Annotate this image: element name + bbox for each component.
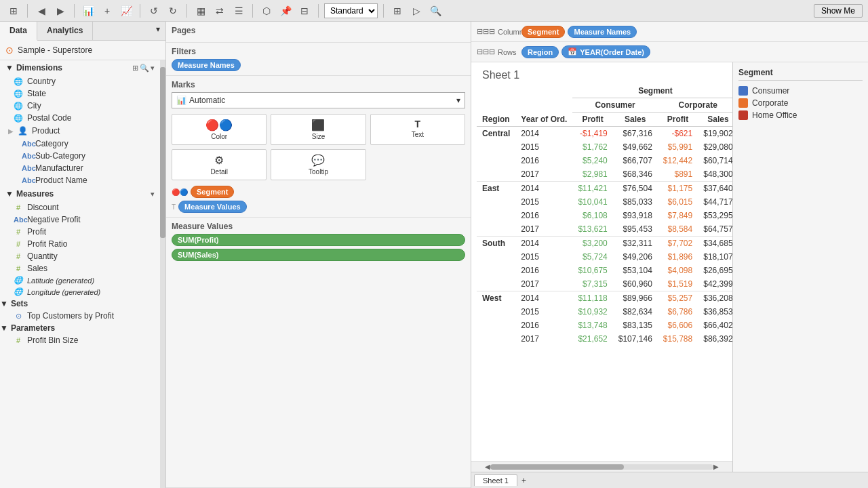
search-icon[interactable]: 🔍 (427, 3, 443, 19)
marks-detail-btn[interactable]: ⚙ Detail (172, 149, 267, 180)
parameters-header[interactable]: ▼ Parameters (0, 322, 160, 334)
col-segment-pill[interactable]: Segment (521, 26, 565, 38)
tab-data[interactable]: Data (0, 22, 37, 41)
bar-chart-icon[interactable]: ▦ (193, 3, 209, 19)
table-container[interactable]: Segment Consumer Corporate Ho Region Yea… (471, 84, 732, 461)
h-scrollbar[interactable]: ◀ ▶ (471, 461, 732, 472)
scroll-right-icon[interactable]: ▶ (713, 463, 719, 470)
scroll-left-icon[interactable]: ◀ (485, 463, 490, 470)
cell-corporate-sales: $29,080 (698, 140, 732, 154)
col-year: Year of Ord. (515, 113, 572, 127)
row-year-pill[interactable]: 📅 YEAR(Order Date) (561, 45, 650, 58)
cell-corporate-sales: $86,392 (698, 332, 732, 346)
filter-measure-names-pill[interactable]: Measure Names (172, 59, 241, 71)
swap-icon[interactable]: ⇄ (212, 3, 228, 19)
segment-dot-icon: 🔴🔵 (172, 188, 188, 196)
sum-profit-pill[interactable]: SUM(Profit) (172, 234, 465, 246)
cell-consumer-profit: $5,724 (572, 250, 612, 264)
redo-icon[interactable]: ↻ (165, 3, 181, 19)
chart2-icon[interactable]: 📈 (118, 3, 134, 19)
pin-icon[interactable]: 📌 (277, 3, 294, 19)
field-topcustomers[interactable]: ⊙ Top Customers by Profit (0, 310, 160, 322)
scrollbar-track[interactable] (490, 464, 713, 470)
chart-icon[interactable]: 📊 (80, 3, 96, 19)
field-country[interactable]: 🌐 Country (0, 75, 160, 87)
sets-header[interactable]: ▼ Sets (0, 298, 160, 310)
marks-color-btn[interactable]: 🔴🔵 Color (172, 114, 267, 145)
field-group-product[interactable]: ▶ 👤 Product (0, 124, 160, 138)
sidebar-vscroll[interactable] (160, 60, 165, 488)
tab-expand-icon[interactable]: ▾ (151, 22, 165, 40)
cell-consumer-profit: -$1,419 (572, 127, 612, 141)
add-icon[interactable]: + (99, 3, 115, 19)
dimensions-header[interactable]: ▼ Dimensions ⊞ 🔍 ▾ (0, 60, 160, 75)
col-measure-names-pill[interactable]: Measure Names (568, 26, 637, 38)
cell-corporate-sales: $44,717 (698, 195, 732, 209)
field-negprofit[interactable]: Abc Negative Profit (0, 214, 160, 226)
field-longitude[interactable]: 🌐 Longitude (generated) (0, 286, 160, 298)
field-category[interactable]: Abc Category (0, 138, 160, 150)
forward-icon[interactable]: ▶ (52, 3, 68, 19)
cell-region (477, 250, 515, 264)
cell-year: 2016 (515, 154, 572, 167)
connect-icon[interactable]: ⬡ (258, 3, 275, 19)
marks-segment-pill[interactable]: Segment (191, 186, 234, 198)
tab-analytics[interactable]: Analytics (37, 22, 93, 40)
datasource-label[interactable]: Sample - Superstore (18, 45, 92, 55)
measures-header[interactable]: ▼ Measures ▾ (0, 186, 160, 201)
field-postal[interactable]: 🌐 Postal Code (0, 112, 160, 124)
marks-measure-values-pill[interactable]: Measure Values (178, 201, 247, 213)
cell-region (477, 222, 515, 237)
row-region-pill[interactable]: Region (521, 46, 559, 58)
rows-icon: ⊟⊟⊟ Rows (477, 47, 517, 56)
field-manufacturer[interactable]: Abc Manufacturer (0, 162, 160, 174)
present-icon[interactable]: ▷ (408, 3, 425, 19)
grid-icon[interactable]: ⊞ (389, 3, 406, 19)
standard-select[interactable]: Standard (324, 3, 378, 18)
show-me-button[interactable]: Show Me (814, 4, 863, 18)
marks-detail-label: Detail (210, 168, 228, 176)
columns-pills: Segment Measure Names (521, 26, 637, 38)
field-quantity[interactable]: # Quantity (0, 250, 160, 262)
filter2-icon[interactable]: ⊟ (296, 3, 313, 19)
hash-icon-prof: # (14, 228, 23, 236)
field-city[interactable]: 🌐 City (0, 100, 160, 112)
field-profit[interactable]: # Profit (0, 226, 160, 238)
cell-consumer-profit: $13,748 (572, 319, 612, 332)
cell-corporate-sales: $36,208 (698, 291, 732, 306)
cell-region (477, 305, 515, 319)
field-discount[interactable]: # Discount (0, 201, 160, 214)
pages-section: Pages (166, 22, 471, 43)
field-latitude[interactable]: 🌐 Latitude (generated) (0, 274, 160, 286)
new-sheet-icon[interactable]: + (521, 476, 526, 485)
field-subcategory[interactable]: Abc Sub-Category (0, 150, 160, 162)
col-corporate-sales: Sales (698, 113, 732, 127)
field-productname[interactable]: Abc Product Name (0, 174, 160, 186)
columns-shelf-icon: ⊟⊟⊟ (477, 27, 495, 36)
marks-tooltip-btn[interactable]: 💬 Tooltip (271, 149, 366, 180)
measure-values-icon: T (172, 203, 176, 211)
bottom-tabs: Sheet 1 + (471, 472, 868, 488)
back-icon[interactable]: ◀ (33, 3, 50, 19)
field-profitbinsize[interactable]: # Profit Bin Size (0, 334, 160, 346)
undo-icon[interactable]: ↺ (146, 3, 162, 19)
sum-sales-pill[interactable]: SUM(Sales) (172, 249, 465, 261)
marks-type-select[interactable]: 📊 Automatic ▾ (172, 92, 465, 108)
field-state[interactable]: 🌐 State (0, 87, 160, 100)
measures-add-icon[interactable]: ▾ (151, 190, 155, 199)
field-sales[interactable]: # Sales (0, 262, 160, 274)
sheet1-tab[interactable]: Sheet 1 (474, 474, 517, 486)
marks-size-btn[interactable]: ⬛ Size (271, 114, 366, 145)
cell-corporate-profit: $8,584 (658, 222, 698, 237)
home-icon[interactable]: ⊞ (5, 3, 22, 19)
marks-text-btn[interactable]: T Text (370, 114, 465, 145)
dimensions-add-icon[interactable]: ▾ (151, 64, 155, 73)
sort-icon[interactable]: ☰ (231, 3, 247, 19)
dimensions-search-icon[interactable]: 🔍 (140, 64, 149, 73)
field-profitratio[interactable]: # Profit Ratio (0, 238, 160, 250)
field-quantity-label: Quantity (27, 251, 58, 261)
cell-region (477, 277, 515, 291)
cell-corporate-profit: $1,519 (658, 277, 698, 291)
rows-pills: Region 📅 YEAR(Order Date) (521, 45, 650, 58)
dimensions-grid-icon[interactable]: ⊞ (132, 64, 138, 73)
